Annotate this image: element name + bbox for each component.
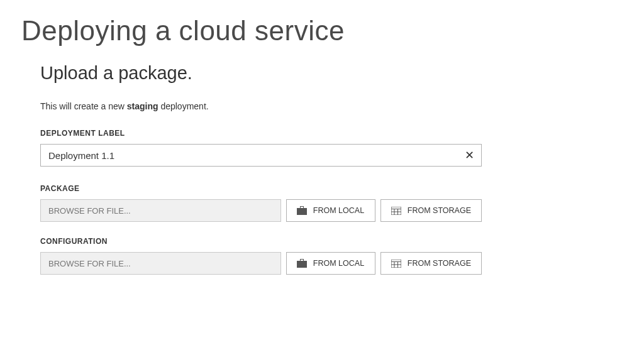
configuration-row: FROM LOCAL FROM STORAGE xyxy=(40,252,482,275)
svg-rect-0 xyxy=(297,208,307,215)
package-from-local-label: FROM LOCAL xyxy=(313,206,364,215)
briefcase-icon xyxy=(297,206,307,215)
package-row: FROM LOCAL FROM STORAGE xyxy=(40,199,482,222)
page-title: Deploying a cloud service xyxy=(21,15,644,47)
configuration-from-storage-label: FROM STORAGE xyxy=(408,259,471,268)
deployment-label-label: DEPLOYMENT LABEL xyxy=(40,129,644,138)
briefcase-icon xyxy=(297,259,307,268)
configuration-from-local-button[interactable]: FROM LOCAL xyxy=(286,252,375,275)
package-from-storage-label: FROM STORAGE xyxy=(408,206,471,215)
package-from-storage-button[interactable]: FROM STORAGE xyxy=(380,199,482,222)
storage-grid-icon xyxy=(391,206,401,215)
desc-suffix: deployment. xyxy=(158,101,209,111)
package-label: PACKAGE xyxy=(40,184,644,193)
configuration-label: CONFIGURATION xyxy=(40,237,644,246)
deployment-description: This will create a new staging deploymen… xyxy=(40,101,644,111)
package-browse-input[interactable] xyxy=(40,199,281,222)
svg-rect-8 xyxy=(297,261,307,268)
section-heading: Upload a package. xyxy=(40,63,644,84)
deployment-label-input[interactable] xyxy=(40,144,482,167)
svg-rect-11 xyxy=(391,260,401,268)
svg-rect-10 xyxy=(301,260,303,261)
deployment-label-wrapper: ✕ xyxy=(40,144,482,167)
storage-grid-icon xyxy=(391,259,401,268)
svg-rect-3 xyxy=(391,207,401,215)
configuration-from-local-label: FROM LOCAL xyxy=(313,259,364,268)
clear-input-button[interactable]: ✕ xyxy=(462,150,477,161)
desc-prefix: This will create a new xyxy=(40,101,127,111)
upload-panel: Upload a package. This will create a new… xyxy=(40,63,644,275)
configuration-from-storage-button[interactable]: FROM STORAGE xyxy=(380,252,482,275)
configuration-browse-input[interactable] xyxy=(40,252,281,275)
package-from-local-button[interactable]: FROM LOCAL xyxy=(286,199,375,222)
svg-rect-2 xyxy=(301,207,303,208)
desc-bold: staging xyxy=(127,101,158,111)
